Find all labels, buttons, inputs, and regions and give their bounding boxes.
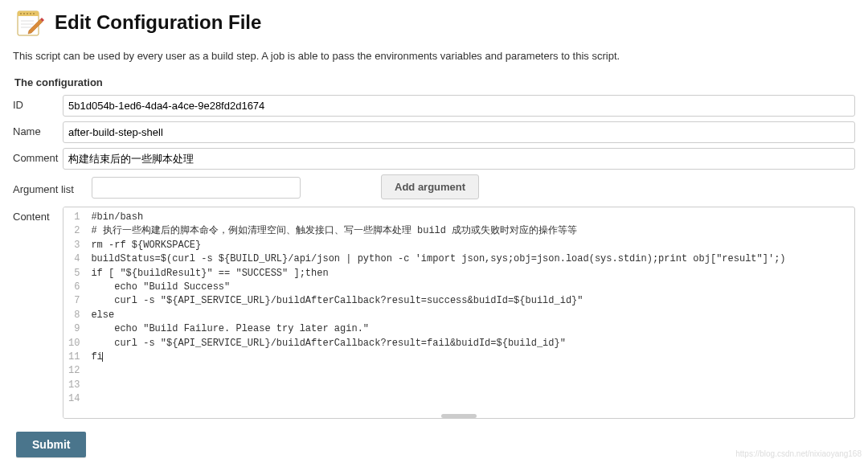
name-input[interactable]: [63, 121, 855, 143]
svg-point-4: [27, 13, 28, 14]
argument-label: Argument list: [13, 179, 92, 195]
svg-point-6: [33, 13, 35, 14]
name-label: Name: [13, 121, 63, 137]
code-content[interactable]: #bin/bash# 执行一些构建后的脚本命令，例如清理空间、触发接口、写一些脚…: [86, 207, 854, 418]
content-label: Content: [13, 207, 63, 223]
add-argument-button[interactable]: Add argument: [381, 174, 479, 199]
id-input[interactable]: [63, 95, 855, 117]
id-label: ID: [13, 95, 63, 111]
comment-input[interactable]: [63, 148, 855, 170]
section-title: The configuration: [14, 76, 855, 88]
page-title: Edit Configuration File: [55, 11, 261, 34]
notepad-icon: [13, 6, 45, 39]
content-editor[interactable]: 1234567891011121314 #bin/bash# 执行一些构建后的脚…: [63, 207, 855, 419]
svg-point-2: [20, 13, 22, 14]
line-gutter: 1234567891011121314: [63, 207, 86, 418]
svg-point-3: [23, 13, 25, 14]
argument-input[interactable]: [92, 177, 301, 199]
comment-label: Comment: [13, 148, 63, 164]
scroll-thumb[interactable]: [441, 414, 477, 418]
svg-point-5: [30, 13, 31, 14]
config-form: ID Name Comment Argument list Add argume…: [13, 95, 855, 457]
description-text: This script can be used by every user as…: [13, 50, 855, 62]
submit-button[interactable]: Submit: [16, 432, 86, 457]
watermark-text: https://blog.csdn.net/nixiaoyang168: [735, 449, 862, 458]
